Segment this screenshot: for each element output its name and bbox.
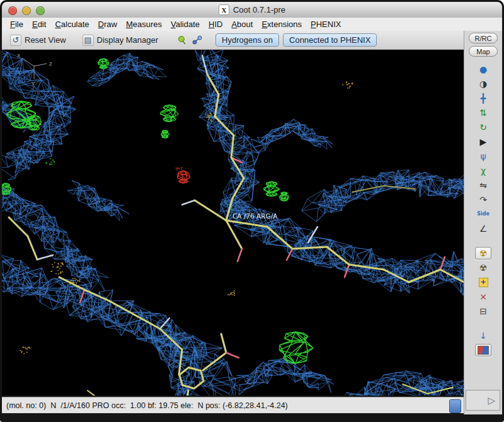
- radiation-refine-icon[interactable]: ☢: [475, 247, 491, 259]
- display-sphere-icon[interactable]: ●: [475, 63, 491, 76]
- trash-icon[interactable]: ⊟: [475, 305, 491, 317]
- add-terminal-icon[interactable]: +: [475, 276, 491, 288]
- title-bar: X Coot 0.7.1-pre: [2, 2, 502, 18]
- right-toolbar: R/RC Map ● ◑ ╋ ⇅ ↻ ▶ ψ χ: [464, 31, 502, 414]
- status-bar: (mol. no: 0) N /1/A/160 PRO occ: 1.00 bf…: [2, 397, 464, 413]
- image-icon[interactable]: [475, 344, 491, 356]
- expand-triangle-icon: ▷: [488, 395, 495, 406]
- toolbar-toggles: Hydrogens onConnected to PHENIX: [215, 33, 377, 47]
- hydrogens-toggle[interactable]: Hydrogens on: [215, 33, 279, 47]
- window-controls: [8, 6, 45, 15]
- rotate-translate-icon[interactable]: ↻: [475, 121, 491, 134]
- menu-validate[interactable]: Validate: [166, 19, 204, 30]
- reset-view-icon: ↺: [10, 35, 21, 46]
- menu-about[interactable]: About: [227, 19, 257, 30]
- modelling-icons: ● ◑ ╋ ⇅ ↻ ▶ ψ χ ⇋ ↷: [475, 63, 491, 356]
- measures-icon: [192, 35, 202, 45]
- panel-expander-button[interactable]: ▷: [466, 390, 500, 411]
- window-title: Coot 0.7.1-pre: [233, 5, 285, 14]
- coot-window: X Coot 0.7.1-pre FileEditCalculateDrawMe…: [0, 0, 504, 422]
- status-text: (mol. no: 0) N /1/A/160 PRO occ: 1.00 bf…: [6, 401, 288, 410]
- display-manager-icon: ▤: [83, 35, 94, 46]
- backrub-icon[interactable]: ↷: [475, 193, 491, 206]
- x11-icon: X: [219, 4, 229, 15]
- run-icon[interactable]: ▶: [475, 135, 491, 148]
- goto-atom-button[interactable]: [176, 35, 188, 46]
- undo-icon[interactable]: ↓: [475, 329, 491, 342]
- rrc-button[interactable]: R/RC: [469, 33, 498, 43]
- minimize-button[interactable]: [22, 6, 31, 15]
- status-scrollbar-thumb[interactable]: [449, 399, 461, 413]
- reset-view-button[interactable]: ↺ Reset View: [8, 33, 68, 47]
- atom-label: CA /76 ARG/A: [232, 212, 277, 220]
- reset-view-label: Reset View: [25, 35, 66, 45]
- chi-angles-icon[interactable]: χ: [475, 164, 491, 177]
- radiation-alt-icon[interactable]: ☢: [475, 261, 491, 274]
- menu-bar: FileEditCalculateDrawMeasuresValidateHID…: [2, 18, 502, 31]
- side-chain-icon[interactable]: Side: [475, 208, 491, 220]
- menu-calculate[interactable]: Calculate: [50, 19, 93, 30]
- menu-extensions[interactable]: Extensions: [257, 19, 306, 30]
- move-molecule-icon[interactable]: ╋: [475, 92, 491, 105]
- flip-peptide-icon[interactable]: ⇋: [475, 179, 491, 191]
- menu-measures[interactable]: Measures: [122, 19, 166, 30]
- goto-atom-icon: [177, 35, 187, 45]
- real-space-refine-icon[interactable]: ⇅: [475, 106, 491, 119]
- display-manager-button[interactable]: ▤ Display Manager: [81, 33, 161, 47]
- menu-hid[interactable]: HID: [204, 19, 227, 30]
- molecule-viewport[interactable]: [2, 50, 464, 396]
- menu-file[interactable]: File: [6, 19, 28, 30]
- measures-button[interactable]: [192, 35, 203, 46]
- phenix-toggle[interactable]: Connected to PHENIX: [283, 33, 377, 47]
- zoom-button[interactable]: [36, 6, 45, 15]
- viewport-frame: CA /76 ARG/A: [2, 50, 464, 396]
- close-button[interactable]: [8, 6, 17, 15]
- display-manager-label: Display Manager: [97, 35, 159, 45]
- tool-bar: ↺ Reset View ▤ Display Manager Hydrogens…: [2, 31, 464, 50]
- rotamer-icon[interactable]: ψ: [475, 150, 491, 163]
- menu-edit[interactable]: Edit: [28, 19, 50, 30]
- map-button[interactable]: Map: [469, 46, 498, 57]
- menu-draw[interactable]: Draw: [94, 19, 122, 30]
- torsion-icon[interactable]: ∠: [475, 222, 491, 235]
- recentre-icon[interactable]: ◑: [475, 77, 491, 90]
- cut-icon[interactable]: ×: [475, 290, 491, 303]
- menu-phenix[interactable]: PHENIX: [306, 19, 345, 30]
